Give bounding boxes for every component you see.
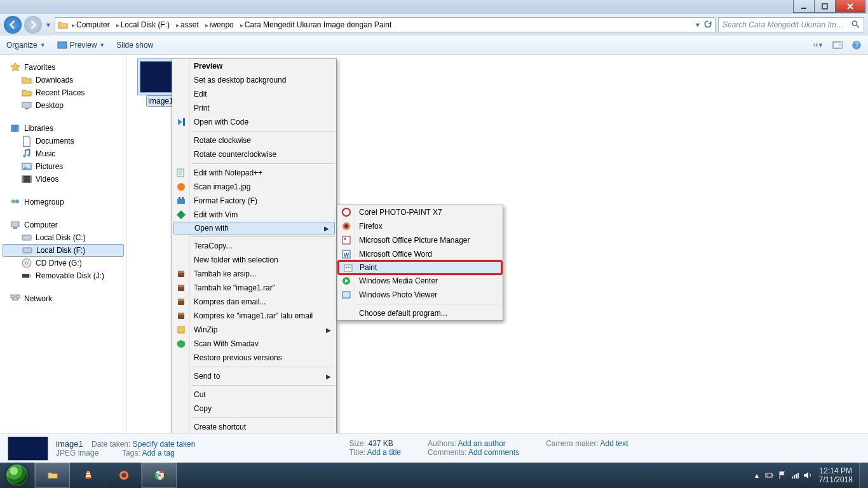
taskbar-firefox[interactable] <box>105 463 141 488</box>
slideshow-button[interactable]: Slide show <box>116 41 153 50</box>
start-button[interactable] <box>0 463 34 488</box>
breadcrumb-item[interactable]: ▸Local Disk (F:) <box>114 18 172 32</box>
details-tags[interactable]: Add a tag <box>142 449 174 458</box>
sidebar-favorites-head[interactable]: Favorites <box>0 61 126 74</box>
tray-battery-icon[interactable] <box>763 471 776 480</box>
folder-icon <box>58 20 68 30</box>
tray-volume-icon[interactable] <box>801 471 814 480</box>
help-icon[interactable]: ? <box>851 40 862 50</box>
ow-choose-default[interactable]: Choose default program... <box>337 306 503 320</box>
sidebar-item-desktop[interactable]: Desktop <box>0 99 126 112</box>
sidebar-network-head[interactable]: Network <box>0 292 126 305</box>
details-authors[interactable]: Add an author <box>458 439 505 448</box>
sidebar-item-disk-f[interactable]: Local Disk (F:) <box>3 244 124 257</box>
details-comments[interactable]: Add comments <box>468 448 519 457</box>
winrar-icon <box>176 269 186 279</box>
svg-rect-1 <box>822 4 827 9</box>
sidebar-item-recent[interactable]: Recent Places <box>0 86 126 99</box>
ctx-print[interactable]: Print <box>172 101 336 115</box>
ctx-winrar-email-named[interactable]: Kompres ke "image1.rar" lalu email <box>172 309 336 323</box>
breadcrumb-item[interactable]: ▸iwenpo <box>203 18 236 32</box>
sidebar-item-removable[interactable]: Removable Disk (J:) <box>0 269 126 282</box>
address-dropdown-icon[interactable]: ▾ <box>696 20 700 29</box>
back-button[interactable] <box>4 16 22 34</box>
sidebar-item-downloads[interactable]: Downloads <box>0 74 126 86</box>
ow-word[interactable]: WMicrosoft Office Word <box>337 247 503 261</box>
svg-rect-4 <box>813 44 815 45</box>
search-box[interactable]: Search Cara Mengedit Ukuran Image ... <box>718 17 864 32</box>
sidebar-item-cddrive[interactable]: CD Drive (G:) <box>0 257 126 269</box>
ctx-open-with-code[interactable]: Open with Code <box>172 115 336 129</box>
ctx-copy[interactable]: Copy <box>172 402 336 416</box>
ctx-format-factory[interactable]: Format Factory (F) <box>172 194 336 208</box>
ctx-newfolder-selection[interactable]: New folder with selection <box>172 253 336 267</box>
taskbar-vlc[interactable] <box>70 463 105 488</box>
ow-paint[interactable]: Paint <box>339 261 501 274</box>
ow-firefox[interactable]: Firefox <box>337 219 503 233</box>
ctx-create-shortcut[interactable]: Create shortcut <box>172 420 336 434</box>
breadcrumb-item[interactable]: ▸Computer <box>69 18 112 32</box>
ctx-preview[interactable]: Preview <box>172 59 336 73</box>
ow-office-picture-manager[interactable]: Microsoft Office Picture Manager <box>337 233 503 247</box>
address-bar[interactable]: ▸Computer ▸Local Disk (F:) ▸asset ▸iwenp… <box>55 17 715 32</box>
ow-media-center[interactable]: Windows Media Center <box>337 274 503 288</box>
ctx-rotate-cw[interactable]: Rotate clockwise <box>172 133 336 147</box>
sidebar-item-disk-c[interactable]: Local Disk (C:) <box>0 231 126 244</box>
ctx-cut[interactable]: Cut <box>172 388 336 402</box>
ctx-set-background[interactable]: Set as desktop background <box>172 73 336 87</box>
ctx-scan-smadav[interactable]: Scan With Smadav <box>172 337 336 351</box>
ctx-winrar-email[interactable]: Kompres dan email... <box>172 295 336 309</box>
taskbar-chrome[interactable] <box>141 463 177 488</box>
ctx-rotate-ccw[interactable]: Rotate counterclockwise <box>172 147 336 161</box>
sidebar-item-videos[interactable]: Videos <box>0 173 126 186</box>
forward-button[interactable] <box>24 16 42 34</box>
svg-rect-45 <box>178 285 184 287</box>
sidebar-item-pictures[interactable]: Pictures <box>0 160 126 173</box>
sidebar-item-documents[interactable]: Documents <box>0 135 126 147</box>
organize-button[interactable]: Organize ▼ <box>6 41 46 50</box>
preview-pane-icon[interactable] <box>832 40 843 50</box>
ow-corel[interactable]: Corel PHOTO-PAINT X7 <box>337 205 503 219</box>
ow-photo-viewer[interactable]: Windows Photo Viewer <box>337 288 503 302</box>
preview-button[interactable]: Preview ▼ <box>57 40 105 50</box>
svg-point-59 <box>346 267 347 268</box>
breadcrumb-item[interactable]: ▸Cara Mengedit Ukuran Image dengan Paint <box>238 18 394 32</box>
tray-show-hidden-icon[interactable]: ▴ <box>750 471 763 480</box>
ctx-edit-vim[interactable]: Edit with Vim <box>172 208 336 222</box>
ctx-send-to[interactable]: Send to▶ <box>172 369 336 383</box>
sidebar-item-music[interactable]: Music <box>0 147 126 160</box>
sidebar-computer-head[interactable]: Computer <box>0 219 126 231</box>
show-desktop-button[interactable] <box>859 463 868 488</box>
nav-history-dropdown[interactable]: ▾ <box>44 20 52 29</box>
crumb-label: Local Disk (F:) <box>121 20 170 29</box>
ctx-winrar-add-named[interactable]: Tambah ke "image1.rar" <box>172 281 336 295</box>
ctx-winzip[interactable]: WinZip▶ <box>172 323 336 337</box>
sidebar-homegroup-head[interactable]: Homegroup <box>0 196 126 208</box>
view-options-icon[interactable]: ▼ <box>813 40 824 50</box>
submenu-arrow-icon: ▶ <box>324 225 329 232</box>
ctx-teracopy[interactable]: TeraCopy... <box>172 239 336 253</box>
maximize-button[interactable] <box>814 0 836 13</box>
tray-clock[interactable]: 12:14 PM 7/11/2018 <box>814 466 859 484</box>
svg-point-53 <box>344 224 348 228</box>
search-placeholder: Search Cara Mengedit Ukuran Image ... <box>722 20 847 29</box>
ctx-restore-previous[interactable]: Restore previous versions <box>172 351 336 365</box>
ctx-winrar-add[interactable]: Tambah ke arsip... <box>172 267 336 281</box>
ctx-edit-notepadpp[interactable]: Edit with Notepad++ <box>172 166 336 180</box>
tray-flag-icon[interactable] <box>776 471 789 480</box>
vlc-icon <box>83 470 93 480</box>
details-camera[interactable]: Add text <box>600 439 628 448</box>
ctx-edit[interactable]: Edit <box>172 87 336 101</box>
tray-network-icon[interactable] <box>789 471 801 480</box>
minimize-button[interactable] <box>793 0 815 13</box>
details-datetaken[interactable]: Specify date taken <box>133 440 196 449</box>
ctx-open-with[interactable]: Open with▶ <box>173 222 335 234</box>
breadcrumb-item[interactable]: ▸asset <box>173 18 201 32</box>
sidebar-libraries-head[interactable]: Libraries <box>0 122 126 135</box>
recent-icon <box>22 88 32 98</box>
close-button[interactable] <box>835 0 865 13</box>
refresh-icon[interactable] <box>703 20 712 30</box>
ctx-scan-avast[interactable]: Scan image1.jpg <box>172 180 336 194</box>
taskbar-explorer[interactable] <box>34 463 70 488</box>
details-title[interactable]: Add a title <box>367 448 401 457</box>
